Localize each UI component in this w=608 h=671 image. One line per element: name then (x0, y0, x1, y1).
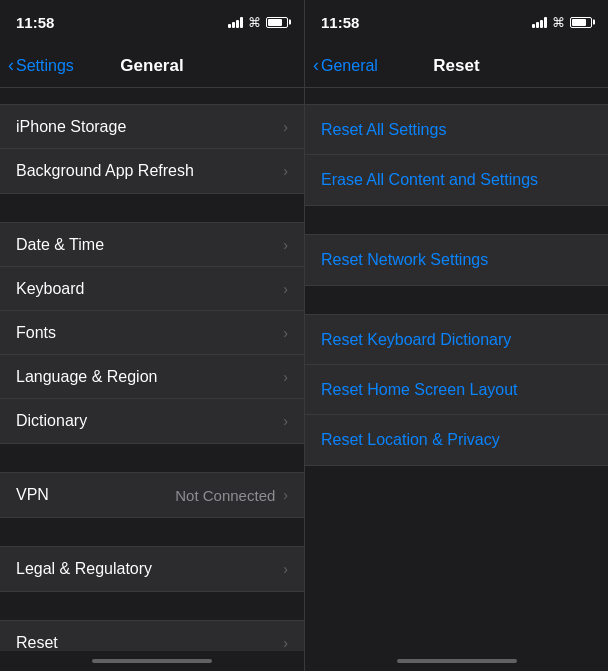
back-button-left[interactable]: ‹ Settings (8, 55, 74, 76)
keyboard-label: Keyboard (16, 280, 85, 298)
home-indicator-right (305, 651, 608, 671)
keyboard-chevron: › (283, 281, 288, 297)
status-bar-left: 11:58 ⌘ (0, 0, 304, 44)
reset-keyboard-dict-item[interactable]: Reset Keyboard Dictionary (305, 315, 608, 365)
reset-network-label: Reset Network Settings (321, 251, 488, 269)
dictionary-right: › (283, 413, 288, 429)
back-button-right[interactable]: ‹ General (313, 55, 378, 76)
signal-icon-right (532, 17, 547, 28)
legal-chevron: › (283, 561, 288, 577)
back-label-right: General (321, 57, 378, 75)
right-content: Reset All Settings Erase All Content and… (305, 88, 608, 651)
reset-home-screen-item[interactable]: Reset Home Screen Layout (305, 365, 608, 415)
iphone-storage-label: iPhone Storage (16, 118, 126, 136)
date-time-right: › (283, 237, 288, 253)
erase-all-content-label: Erase All Content and Settings (321, 171, 538, 189)
back-label-left: Settings (16, 57, 74, 75)
date-time-item[interactable]: Date & Time › (0, 223, 304, 267)
keyboard-right: › (283, 281, 288, 297)
legal-item[interactable]: Legal & Regulatory › (0, 547, 304, 591)
language-region-right: › (283, 369, 288, 385)
battery-icon-right (570, 17, 592, 28)
nav-bar-left: ‹ Settings General (0, 44, 304, 88)
background-app-refresh-right: › (283, 163, 288, 179)
vpn-chevron: › (283, 487, 288, 503)
status-icons-left: ⌘ (228, 15, 288, 30)
reset-network-item[interactable]: Reset Network Settings (305, 235, 608, 285)
language-region-item[interactable]: Language & Region › (0, 355, 304, 399)
reset-item[interactable]: Reset › (0, 621, 304, 651)
vpn-status: Not Connected (175, 487, 275, 504)
date-time-chevron: › (283, 237, 288, 253)
section-reset: Reset › (0, 620, 304, 651)
reset-chevron: › (283, 635, 288, 651)
background-app-refresh-label: Background App Refresh (16, 162, 194, 180)
reset-right: › (283, 635, 288, 651)
reset-all-settings-item[interactable]: Reset All Settings (305, 105, 608, 155)
language-region-label: Language & Region (16, 368, 157, 386)
fonts-chevron: › (283, 325, 288, 341)
vpn-right: Not Connected › (175, 487, 288, 504)
right-panel: 11:58 ⌘ ‹ General Reset Reset All (304, 0, 608, 671)
section-locale: Date & Time › Keyboard › Fonts › Languag… (0, 222, 304, 444)
language-region-chevron: › (283, 369, 288, 385)
reset-home-screen-label: Reset Home Screen Layout (321, 381, 518, 399)
nav-bar-right: ‹ General Reset (305, 44, 608, 88)
battery-icon (266, 17, 288, 28)
reset-group-3: Reset Keyboard Dictionary Reset Home Scr… (305, 314, 608, 466)
nav-title-right: Reset (433, 56, 479, 76)
wifi-icon: ⌘ (248, 15, 261, 30)
legal-right: › (283, 561, 288, 577)
status-bar-right: 11:58 ⌘ (305, 0, 608, 44)
section-vpn: VPN Not Connected › (0, 472, 304, 518)
reset-all-settings-label: Reset All Settings (321, 121, 446, 139)
erase-all-content-item[interactable]: Erase All Content and Settings (305, 155, 608, 205)
left-content: iPhone Storage › Background App Refresh … (0, 88, 304, 651)
left-panel: 11:58 ⌘ ‹ Settings General iPhone (0, 0, 304, 671)
reset-group-1: Reset All Settings Erase All Content and… (305, 104, 608, 206)
home-bar-right (397, 659, 517, 663)
reset-location-privacy-item[interactable]: Reset Location & Privacy (305, 415, 608, 465)
iphone-storage-chevron: › (283, 119, 288, 135)
dictionary-item[interactable]: Dictionary › (0, 399, 304, 443)
signal-icon (228, 17, 243, 28)
section-storage: iPhone Storage › Background App Refresh … (0, 104, 304, 194)
reset-label: Reset (16, 634, 58, 651)
iphone-storage-right: › (283, 119, 288, 135)
vpn-item[interactable]: VPN Not Connected › (0, 473, 304, 517)
fonts-right: › (283, 325, 288, 341)
dictionary-label: Dictionary (16, 412, 87, 430)
iphone-storage-item[interactable]: iPhone Storage › (0, 105, 304, 149)
background-app-refresh-chevron: › (283, 163, 288, 179)
home-bar-left (92, 659, 212, 663)
home-indicator-left (0, 651, 304, 671)
back-chevron-right: ‹ (313, 55, 319, 76)
date-time-label: Date & Time (16, 236, 104, 254)
fonts-label: Fonts (16, 324, 56, 342)
wifi-icon-right: ⌘ (552, 15, 565, 30)
keyboard-item[interactable]: Keyboard › (0, 267, 304, 311)
fonts-item[interactable]: Fonts › (0, 311, 304, 355)
reset-location-privacy-label: Reset Location & Privacy (321, 431, 500, 449)
time-right: 11:58 (321, 14, 359, 31)
background-app-refresh-item[interactable]: Background App Refresh › (0, 149, 304, 193)
reset-group-2: Reset Network Settings (305, 234, 608, 286)
time-left: 11:58 (16, 14, 54, 31)
dictionary-chevron: › (283, 413, 288, 429)
legal-label: Legal & Regulatory (16, 560, 152, 578)
nav-title-left: General (120, 56, 183, 76)
reset-keyboard-dict-label: Reset Keyboard Dictionary (321, 331, 511, 349)
status-icons-right: ⌘ (532, 15, 592, 30)
section-legal: Legal & Regulatory › (0, 546, 304, 592)
vpn-label: VPN (16, 486, 49, 504)
back-chevron-left: ‹ (8, 55, 14, 76)
